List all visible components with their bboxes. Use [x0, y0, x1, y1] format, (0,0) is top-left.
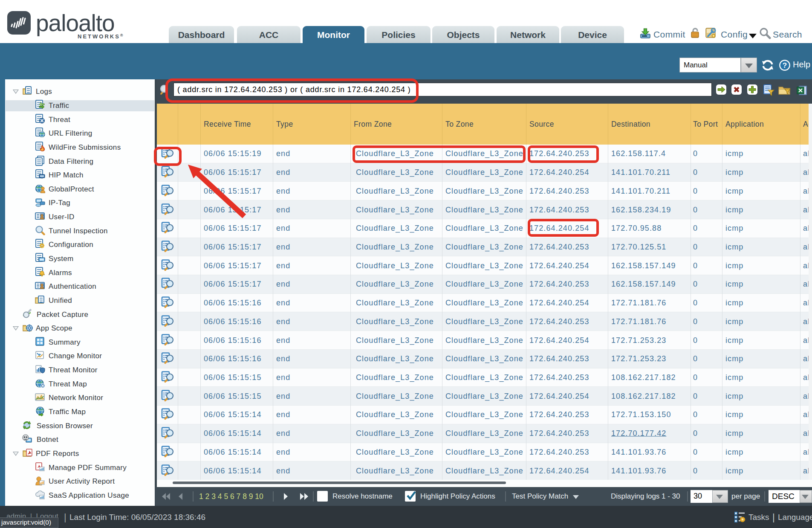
svg-text:?: ?: [783, 61, 787, 70]
